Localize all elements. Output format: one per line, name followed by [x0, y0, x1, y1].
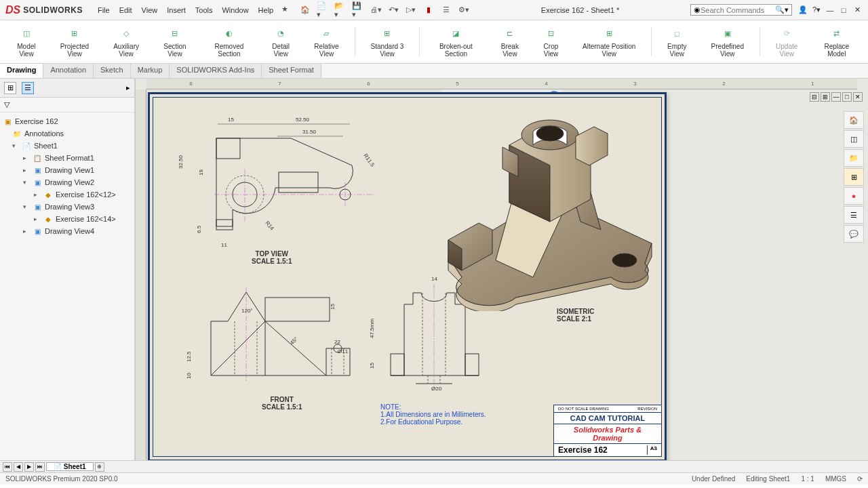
options-icon[interactable]: ☰ [440, 4, 452, 16]
model-view-button[interactable]: ◫Model View [5, 24, 47, 59]
menu-insert[interactable]: Insert [163, 3, 190, 17]
ribbon-toolbar: ◫Model View ⊞Projected View ◇Auxiliary V… [0, 20, 868, 64]
star-icon[interactable]: ★ [279, 3, 291, 16]
broken-out-section-button[interactable]: ◪Broken-out Section [424, 24, 488, 59]
palette-properties-icon[interactable]: ☰ [844, 206, 864, 224]
empty-view-button[interactable]: □Empty View [656, 24, 698, 59]
sheet-tab-1[interactable]: 📄 Sheet1 [46, 462, 94, 471]
dim-19: 19 [198, 169, 204, 176]
tree-annotations[interactable]: 📁Annotations [0, 127, 134, 140]
print-icon[interactable]: 🖨▾ [370, 4, 382, 16]
palette-forum-icon[interactable]: 💬 [844, 225, 864, 243]
tree-root[interactable]: ▣Exercise 162 [0, 115, 134, 127]
svg-rect-4 [279, 172, 318, 192]
dim-d20: Ø20 [431, 386, 442, 392]
tree-view2[interactable]: ▾▣Drawing View2 [0, 176, 134, 188]
crop-view-button[interactable]: ⊡Crop View [532, 24, 570, 59]
palette-resources-icon[interactable]: ◫ [844, 130, 864, 148]
menu-window[interactable]: Window [218, 3, 252, 17]
predefined-view-button[interactable]: ▣Predefined View [700, 24, 755, 59]
front-view[interactable]: 120° 45° 12.5 10 15 22 Ø11 [184, 284, 360, 389]
replace-model-button[interactable]: ⇄Replace Model [811, 24, 863, 59]
tab-addins[interactable]: SOLIDWORKS Add-Ins [170, 64, 262, 78]
status-reload-icon[interactable]: ⟳ [857, 475, 863, 483]
relative-view-button[interactable]: ▱Relative View [302, 24, 350, 59]
sheet-nav-first[interactable]: ⏮ [3, 462, 12, 472]
removed-section-button[interactable]: ◐Removed Section [199, 24, 259, 59]
status-editing[interactable]: Editing Sheet1 [746, 475, 790, 483]
search-magnifier-icon[interactable]: 🔍▾ [775, 5, 789, 14]
sheet-nav-last[interactable]: ⏭ [35, 462, 45, 472]
maximize-icon[interactable]: □ [838, 5, 849, 16]
palette-library-icon[interactable]: 📁 [844, 149, 864, 167]
close-icon[interactable]: ✕ [852, 5, 863, 16]
tab-sketch[interactable]: Sketch [94, 64, 131, 78]
palette-home-icon[interactable]: 🏠 [844, 111, 864, 129]
tree-sheet-format[interactable]: ▸📋Sheet Format1 [0, 152, 134, 164]
title-block-exercise: Exercise 162 A3 [554, 444, 661, 456]
help-icon[interactable]: ?▾ [811, 5, 822, 16]
palette-view-palette-icon[interactable]: ⊞ [844, 168, 864, 186]
dc-tile-icon[interactable]: ⊞ [821, 92, 830, 102]
dim-r11-5: R11.5 [362, 152, 376, 168]
drawing-area[interactable]: 87654321 ⊟ ⊞ — □ ✕ 🔍 ⊡ 🔍 ◐ ◫ 👁 🎨 ● [136, 79, 868, 460]
user-icon[interactable]: 👤 [797, 5, 808, 16]
sheet-add-icon[interactable]: ⊕ [95, 462, 104, 472]
title-block-subtitle: Solidworks Parts & Drawing [554, 424, 661, 444]
tree-view4[interactable]: ▸▣Drawing View4 [0, 225, 134, 237]
tree-exercise-12[interactable]: ▸◆Exercise 162<12> [0, 188, 134, 201]
tree-view3[interactable]: ▾▣Drawing View3 [0, 201, 134, 213]
select-icon[interactable]: ▷▾ [405, 4, 417, 16]
status-scale[interactable]: 1 : 1 [801, 475, 814, 483]
search-commands[interactable]: ◉ 🔍▾ [690, 4, 792, 16]
search-input[interactable] [701, 6, 775, 14]
dc-min-icon[interactable]: — [831, 92, 841, 102]
save-icon[interactable]: 💾▾ [352, 4, 364, 16]
tab-markup[interactable]: Markup [131, 64, 170, 78]
dim-6-5: 6.5 [196, 225, 202, 233]
rebuild-icon[interactable]: ▮ [422, 4, 435, 16]
minimize-icon[interactable]: — [825, 5, 835, 16]
new-icon[interactable]: 📄▾ [317, 4, 329, 16]
open-icon[interactable]: 📂▾ [334, 4, 347, 16]
tab-sheet-format[interactable]: Sheet Format [262, 64, 321, 78]
palette-appearances-icon[interactable]: ● [844, 187, 864, 205]
dc-prev-icon[interactable]: ⊟ [810, 92, 819, 102]
dim-52-5: 52.50 [296, 117, 310, 123]
tree-view1[interactable]: ▸▣Drawing View1 [0, 164, 134, 176]
sheet-nav-next[interactable]: ▶ [24, 462, 34, 472]
drawing-sheet[interactable]: 15 52.50 31.50 32.50 19 11 6.5 R11.5 R14 [148, 92, 667, 460]
projected-view-button[interactable]: ⊞Projected View [49, 24, 100, 59]
home-icon[interactable]: 🏠 [299, 4, 311, 16]
dc-close-icon[interactable]: ✕ [853, 92, 863, 102]
alternate-position-button[interactable]: ⊞Alternate Position View [572, 24, 647, 59]
tree-sheet1[interactable]: ▾📄Sheet1 [0, 140, 134, 152]
top-view[interactable]: 15 52.50 31.50 32.50 19 11 6.5 R11.5 R14 [177, 115, 380, 250]
auxiliary-view-button[interactable]: ◇Auxiliary View [102, 24, 151, 59]
menu-file[interactable]: File [94, 3, 114, 17]
sheet-nav-prev[interactable]: ◀ [14, 462, 23, 472]
menu-tools[interactable]: Tools [191, 3, 217, 17]
detail-view-button[interactable]: ◔Detail View [260, 24, 301, 59]
menu-view[interactable]: View [138, 3, 162, 17]
tree-display-icon[interactable]: ☰ [22, 82, 34, 94]
tab-annotation[interactable]: Annotation [43, 64, 94, 78]
dc-max-icon[interactable]: □ [842, 92, 852, 102]
tree-config-icon[interactable]: ⊞ [4, 82, 16, 94]
dim-15: 15 [228, 117, 234, 123]
menu-help[interactable]: Help [254, 3, 278, 17]
dim-12-5: 12.5 [186, 351, 192, 362]
break-view-button[interactable]: ⊏Break View [490, 24, 531, 59]
status-units[interactable]: MMGS [825, 475, 846, 483]
tree-exercise-14[interactable]: ▸◆Exercise 162<14> [0, 213, 134, 225]
undo-icon[interactable]: ↶▾ [387, 4, 399, 16]
tab-drawing[interactable]: Drawing [0, 64, 43, 78]
menu-edit[interactable]: Edit [115, 3, 136, 17]
settings-icon[interactable]: ⚙▾ [458, 4, 470, 16]
section-view-button[interactable]: ⊟Section View [152, 24, 198, 59]
tree-collapse-icon[interactable]: ▸ [126, 83, 130, 92]
standard-3-view-button[interactable]: ⊞Standard 3 View [359, 24, 416, 59]
dim-45: 45° [289, 336, 299, 346]
isometric-view[interactable] [428, 108, 658, 311]
tree-filter[interactable]: ▽ [0, 98, 134, 113]
